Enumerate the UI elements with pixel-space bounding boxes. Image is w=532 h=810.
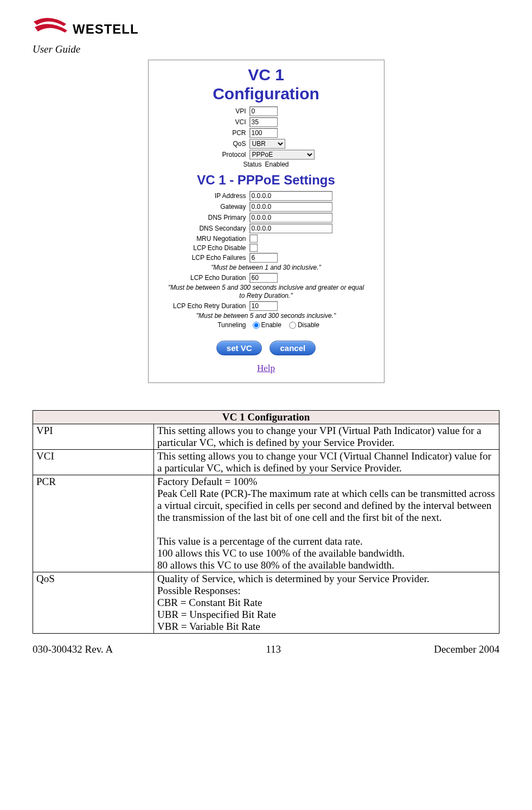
footer-left: 030-300432 Rev. A — [33, 643, 113, 655]
echo-dur-label: LCP Echo Duration — [154, 274, 249, 282]
mru-checkbox[interactable] — [249, 234, 258, 243]
table-row: QoSQuality of Service, which is determin… — [33, 572, 499, 634]
dns-secondary-input[interactable] — [249, 224, 332, 233]
tunneling-enable-radio[interactable] — [253, 322, 260, 329]
hint-1: "Must be between 1 and 30 inclusive." — [166, 264, 367, 272]
vpi-label: VPI — [154, 107, 249, 115]
status-value: Enabled — [265, 161, 289, 168]
table-row: VPIThis setting allows you to change you… — [33, 424, 499, 450]
protocol-label: Protocol — [154, 151, 249, 158]
brand-name: WESTELL — [73, 22, 139, 37]
echo-disable-label: LCP Echo Disable — [154, 244, 249, 252]
panel-title-1: VC 1 — [154, 66, 379, 85]
dns2-label: DNS Secondary — [154, 225, 249, 232]
help-link[interactable]: Help — [257, 363, 275, 373]
ip-label: IP Address — [154, 192, 249, 200]
pcr-input[interactable] — [249, 128, 278, 138]
echo-failures-input[interactable] — [249, 253, 278, 263]
hint-3: "Must be between 5 and 300 seconds inclu… — [166, 312, 367, 320]
vpi-input[interactable] — [249, 106, 278, 116]
dns1-label: DNS Primary — [154, 214, 249, 221]
protocol-select[interactable]: PPPoE — [249, 150, 315, 160]
tunneling-label: Tunneling — [154, 321, 249, 329]
pppoe-title: VC 1 - PPPoE Settings — [154, 173, 379, 188]
config-description-table: VC 1 Configuration VPIThis setting allow… — [33, 410, 499, 634]
table-row: PCRFactory Default = 100% Peak Cell Rate… — [33, 475, 499, 572]
table-row: VCIThis setting allows you to change you… — [33, 450, 499, 475]
page-number: 113 — [266, 643, 281, 655]
set-vc-button[interactable]: set VC — [216, 341, 262, 355]
echo-disable-checkbox[interactable] — [249, 244, 258, 252]
echo-fail-label: LCP Echo Failures — [154, 254, 249, 262]
retry-duration-input[interactable] — [249, 301, 278, 311]
panel-title-2: Configuration — [154, 85, 379, 104]
dns-primary-input[interactable] — [249, 213, 332, 222]
mru-label: MRU Negotiation — [154, 235, 249, 243]
hint-2: "Must be between 5 and 300 seconds inclu… — [166, 284, 367, 300]
gw-label: Gateway — [154, 203, 249, 211]
qos-label: QoS — [154, 140, 249, 148]
doc-subtitle: User Guide — [33, 43, 499, 55]
tunneling-disable-radio[interactable] — [289, 322, 296, 329]
ip-input[interactable] — [249, 191, 332, 201]
disable-text: Disable — [298, 321, 319, 329]
config-panel: VC 1 Configuration VPI VCI PCR QoSUBR Pr… — [148, 60, 384, 383]
echo-duration-input[interactable] — [249, 273, 278, 283]
retry-label: LCP Echo Retry Duration — [154, 302, 249, 310]
enable-text: Enable — [261, 321, 281, 329]
vci-input[interactable] — [249, 117, 278, 127]
vci-label: VCI — [154, 118, 249, 126]
pcr-label: PCR — [154, 129, 249, 137]
gateway-input[interactable] — [249, 202, 332, 212]
status-label: Status — [243, 161, 261, 168]
brand-logo: WESTELL — [33, 16, 499, 42]
cancel-button[interactable]: cancel — [270, 341, 316, 355]
table-title: VC 1 Configuration — [33, 411, 499, 424]
westell-swoosh-icon — [33, 16, 70, 42]
footer-right: December 2004 — [434, 643, 499, 655]
qos-select[interactable]: UBR — [249, 139, 285, 149]
